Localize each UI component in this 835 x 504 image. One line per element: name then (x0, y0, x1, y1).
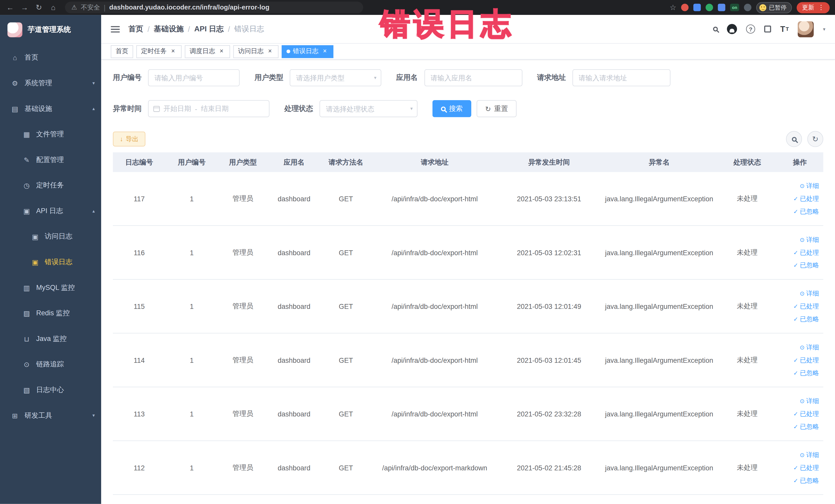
request-url-input[interactable] (572, 69, 670, 86)
sidebar-item-log-center[interactable]: ▧ 日志中心 (0, 377, 101, 403)
toggle-search-button[interactable] (786, 131, 802, 147)
action-processed-link[interactable]: ✓ 已处理 (793, 248, 819, 257)
sidebar-item-file[interactable]: ▦ 文件管理 (0, 121, 101, 147)
action-detail-link[interactable]: ⊙ 详细 (799, 343, 819, 352)
action-processed-link[interactable]: ✓ 已处理 (793, 409, 819, 418)
forward-icon[interactable]: → (20, 3, 29, 12)
close-icon[interactable]: × (169, 48, 177, 55)
kebab-menu-icon[interactable]: ⋮ (818, 4, 824, 11)
font-size-icon[interactable]: TT (780, 24, 789, 33)
bookmark-star-icon[interactable]: ☆ (670, 3, 676, 12)
process-status-select[interactable]: ▾ (320, 100, 418, 117)
sidebar-item-config[interactable]: ✎ 配置管理 (0, 147, 101, 173)
sidebar-item-devtools[interactable]: ⊞ 研发工具 ▾ (0, 403, 101, 428)
fullscreen-icon[interactable] (764, 26, 771, 33)
home-icon[interactable]: ⌂ (48, 3, 58, 12)
user-id-input[interactable] (148, 69, 240, 86)
close-icon[interactable]: × (218, 48, 225, 55)
download-icon: ↓ (120, 135, 123, 143)
action-processed-link[interactable]: ✓ 已处理 (793, 194, 819, 203)
app-logo[interactable]: 芋道管理系统 (0, 15, 101, 45)
breadcrumb-infra[interactable]: 基础设施 / (154, 24, 190, 34)
column-header: 请求地址 (371, 157, 498, 167)
profile-sync-paused-button[interactable]: 已暂停 (756, 2, 792, 13)
action-processed-link[interactable]: ✓ 已处理 (793, 356, 819, 365)
breadcrumb-api-log[interactable]: API 日志 / (194, 24, 230, 34)
process-status-select-input[interactable] (320, 100, 418, 117)
sidebar-item-job[interactable]: ◷ 定时任务 (0, 173, 101, 198)
menu-item-label: 链路追踪 (36, 360, 64, 369)
sidebar-item-access-log[interactable]: ▣ 访问日志 (0, 224, 101, 249)
app-name-input[interactable] (424, 69, 522, 86)
extension-icon[interactable] (744, 4, 751, 11)
sidebar-item-api-log[interactable]: ▣ API 日志 ▴ (0, 198, 101, 224)
table-row: 117 1 管理员 dashboard GET /api/infra/db-do… (113, 172, 823, 226)
action-ignored-link[interactable]: ✓ 已忽略 (793, 207, 819, 216)
export-button[interactable]: ↓ 导出 (113, 132, 145, 146)
extension-icon[interactable] (706, 4, 713, 11)
row-action-label: 详细 (806, 397, 819, 406)
close-icon[interactable]: × (321, 48, 329, 55)
sidebar-item-system[interactable]: ⚙ 系统管理 ▾ (0, 70, 101, 96)
github-icon[interactable] (727, 24, 737, 34)
exception-time-range-picker[interactable]: 开始日期 - 结束日期 (148, 100, 269, 117)
action-processed-link[interactable]: ✓ 已处理 (793, 463, 819, 472)
menu-item-label: 文件管理 (36, 129, 64, 139)
browser-update-button[interactable]: 更新 ⋮ (797, 2, 830, 13)
row-action-label: 详细 (806, 343, 819, 352)
sidebar-item-trace[interactable]: ⊙ 链路追踪 (0, 351, 101, 377)
user-type-select-input[interactable] (290, 69, 382, 86)
check-icon: ✓ (793, 249, 798, 256)
action-detail-link[interactable]: ⊙ 详细 (799, 450, 819, 459)
action-ignored-link[interactable]: ✓ 已忽略 (793, 422, 819, 431)
action-ignored-link[interactable]: ✓ 已忽略 (793, 476, 819, 485)
sidebar-item-java[interactable]: ⊔ Java 监控 (0, 326, 101, 352)
extension-icon[interactable] (681, 4, 688, 11)
process-status-label: 处理状态 (284, 104, 313, 114)
reset-button-label: 重置 (494, 104, 508, 114)
back-icon[interactable]: ← (5, 3, 15, 12)
action-processed-link[interactable]: ✓ 已处理 (793, 302, 819, 311)
sidebar-item-home[interactable]: ⌂ 首页 (0, 45, 101, 70)
extension-on-icon[interactable]: on (730, 4, 739, 11)
close-icon[interactable]: × (266, 48, 273, 55)
search-icon[interactable] (713, 27, 718, 32)
refresh-button[interactable]: ↻ (807, 131, 823, 147)
tab-error-log[interactable]: 错误日志 × (282, 45, 333, 58)
column-header: 日志编号 (113, 157, 166, 167)
cell-user-id: 1 (166, 195, 218, 203)
help-icon[interactable]: ? (746, 24, 755, 33)
action-ignored-link[interactable]: ✓ 已忽略 (793, 315, 819, 323)
action-ignored-link[interactable]: ✓ 已忽略 (793, 261, 819, 270)
extension-icon[interactable] (718, 4, 726, 11)
sidebar-item-redis[interactable]: ▨ Redis 监控 (0, 300, 101, 326)
reset-button[interactable]: ↻ 重置 (477, 100, 516, 117)
extension-icon[interactable] (693, 4, 701, 11)
sidebar-item-infra[interactable]: ▤ 基础设施 ▴ (0, 96, 101, 121)
cell-request-url: /api/infra/db-doc/export-html (371, 410, 498, 418)
action-detail-link[interactable]: ⊙ 详细 (799, 397, 819, 406)
breadcrumb-error-log[interactable]: 错误日志 (235, 24, 268, 34)
tab-access-log[interactable]: 访问日志 × (233, 45, 279, 58)
caret-down-icon[interactable]: ▾ (823, 26, 825, 32)
reload-icon[interactable]: ↻ (34, 3, 44, 12)
action-ignored-link[interactable]: ✓ 已忽略 (793, 368, 819, 378)
sidebar-item-mysql[interactable]: ▥ MySQL 监控 (0, 275, 101, 301)
address-bar[interactable]: ⚠ 不安全 | dashboard.yudao.iocoder.cn/infra… (65, 2, 363, 13)
sidebar-item-error-log[interactable]: ▣ 错误日志 (0, 249, 101, 275)
hamburger-icon[interactable] (111, 24, 120, 34)
tab-job[interactable]: 定时任务 × (136, 45, 182, 58)
tab-home[interactable]: 首页 (111, 45, 133, 58)
action-detail-link[interactable]: ⊙ 详细 (799, 289, 819, 298)
action-detail-link[interactable]: ⊙ 详细 (799, 181, 819, 190)
tab-label: 调度日志 (190, 47, 216, 56)
user-avatar[interactable] (798, 21, 814, 37)
breadcrumb-home[interactable]: 首页 / (128, 24, 150, 34)
action-detail-link[interactable]: ⊙ 详细 (799, 235, 819, 244)
eye-icon: ⊙ (799, 398, 805, 405)
search-button[interactable]: 搜索 (432, 100, 471, 117)
cell-log-id: 115 (113, 302, 166, 310)
tab-schedule-log[interactable]: 调度日志 × (185, 45, 230, 58)
user-type-select[interactable]: ▾ (290, 69, 382, 86)
tab-label: 错误日志 (293, 47, 319, 56)
